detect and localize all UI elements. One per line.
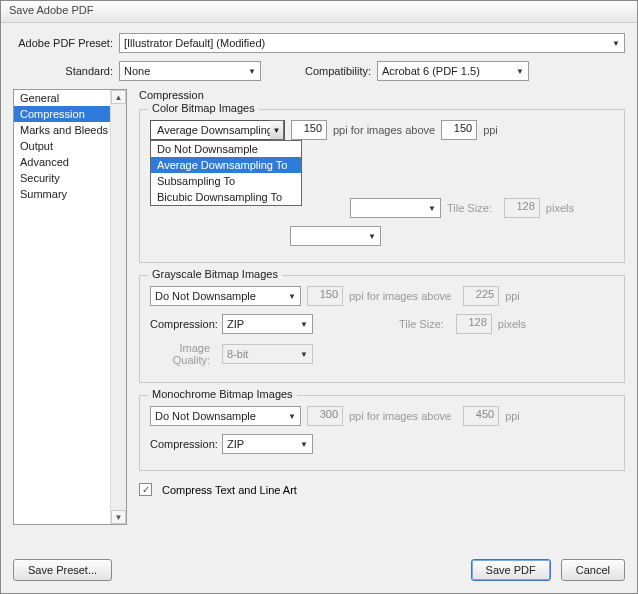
compress-text-row[interactable]: ✓ Compress Text and Line Art	[139, 483, 625, 496]
label: ppi	[505, 290, 520, 302]
preset-label: Adobe PDF Preset:	[13, 37, 113, 49]
label: ppi	[483, 124, 498, 136]
color-compression-select[interactable]: ▼	[350, 198, 441, 218]
color-quality-select[interactable]: ▼	[290, 226, 381, 246]
save-pdf-button[interactable]: Save PDF	[471, 559, 551, 581]
category-list[interactable]: General Compression Marks and Bleeds Out…	[13, 89, 127, 525]
label: ppi for images above	[333, 124, 435, 136]
tile-label: Tile Size:	[447, 202, 492, 214]
quality-label: Image Quality:	[150, 342, 210, 366]
gray-quality-select: 8-bit▼	[222, 344, 313, 364]
chevron-down-icon: ▼	[368, 232, 376, 241]
label: ppi	[505, 410, 520, 422]
scroll-up-icon[interactable]: ▲	[111, 90, 126, 104]
gray-bitmap-group: Grayscale Bitmap Images Do Not Downsampl…	[139, 275, 625, 383]
chevron-down-icon: ▼	[300, 350, 308, 359]
standard-select[interactable]: None▼	[119, 61, 261, 81]
window-title: Save Adobe PDF	[9, 4, 93, 16]
standard-label: Standard:	[13, 65, 113, 77]
color-tile-input: 128	[504, 198, 540, 218]
label: ppi for images above	[349, 410, 451, 422]
legend: Color Bitmap Images	[148, 102, 259, 114]
chevron-down-icon: ▼	[300, 440, 308, 449]
dropdown-menu: Do Not Downsample Average Downsampling T…	[150, 140, 302, 206]
scrollbar[interactable]: ▲▼	[110, 90, 126, 524]
chevron-down-icon: ▼	[300, 320, 308, 329]
color-above-input[interactable]: 150	[441, 120, 477, 140]
compress-text-label: Compress Text and Line Art	[162, 484, 297, 496]
chevron-down-icon: ▼	[248, 67, 256, 76]
gray-above-input: 225	[463, 286, 499, 306]
scroll-down-icon[interactable]: ▼	[111, 510, 126, 524]
compression-label: Compression:	[150, 438, 210, 450]
save-pdf-dialog: Save Adobe PDF Adobe PDF Preset: [Illust…	[0, 0, 638, 594]
label: ppi for images above	[349, 290, 451, 302]
gray-tile-input: 128	[456, 314, 492, 334]
chevron-down-icon: ▼	[288, 412, 296, 421]
dropdown-option[interactable]: Subsampling To	[151, 173, 301, 189]
label: pixels	[498, 318, 526, 330]
chevron-down-icon: ▼	[516, 67, 524, 76]
gray-downsample-select[interactable]: Do Not Downsample▼	[150, 286, 301, 306]
dropdown-option[interactable]: Bicubic Downsampling To	[151, 189, 301, 205]
mono-bitmap-group: Monochrome Bitmap Images Do Not Downsamp…	[139, 395, 625, 471]
chevron-down-icon: ▼	[428, 204, 436, 213]
compat-label: Compatibility:	[281, 65, 371, 77]
gray-dpi-input: 150	[307, 286, 343, 306]
dropdown-option[interactable]: Do Not Downsample	[151, 141, 301, 157]
checkbox-icon[interactable]: ✓	[139, 483, 152, 496]
mono-above-input: 450	[463, 406, 499, 426]
color-bitmap-group: Color Bitmap Images Average Downsampling…	[139, 109, 625, 263]
legend: Monochrome Bitmap Images	[148, 388, 297, 400]
cancel-button[interactable]: Cancel	[561, 559, 625, 581]
gray-compression-select[interactable]: ZIP▼	[222, 314, 313, 334]
chevron-down-icon: ▼	[612, 39, 620, 48]
compat-select[interactable]: Acrobat 6 (PDF 1.5)▼	[377, 61, 529, 81]
compression-label: Compression:	[150, 318, 210, 330]
label: pixels	[546, 202, 574, 214]
chevron-down-icon: ▼	[270, 120, 284, 140]
color-downsample-select[interactable]: Average Downsampling To ▼ Do Not Downsam…	[150, 120, 285, 140]
titlebar: Save Adobe PDF	[1, 1, 637, 23]
chevron-down-icon: ▼	[288, 292, 296, 301]
preset-select[interactable]: [Illustrator Default] (Modified)▼	[119, 33, 625, 53]
mono-downsample-select[interactable]: Do Not Downsample▼	[150, 406, 301, 426]
mono-compression-select[interactable]: ZIP▼	[222, 434, 313, 454]
color-dpi-input[interactable]: 150	[291, 120, 327, 140]
save-preset-button[interactable]: Save Preset...	[13, 559, 112, 581]
legend: Grayscale Bitmap Images	[148, 268, 282, 280]
dropdown-option[interactable]: Average Downsampling To	[151, 157, 301, 173]
mono-dpi-input: 300	[307, 406, 343, 426]
section-title: Compression	[139, 89, 625, 101]
tile-label: Tile Size:	[399, 318, 444, 330]
